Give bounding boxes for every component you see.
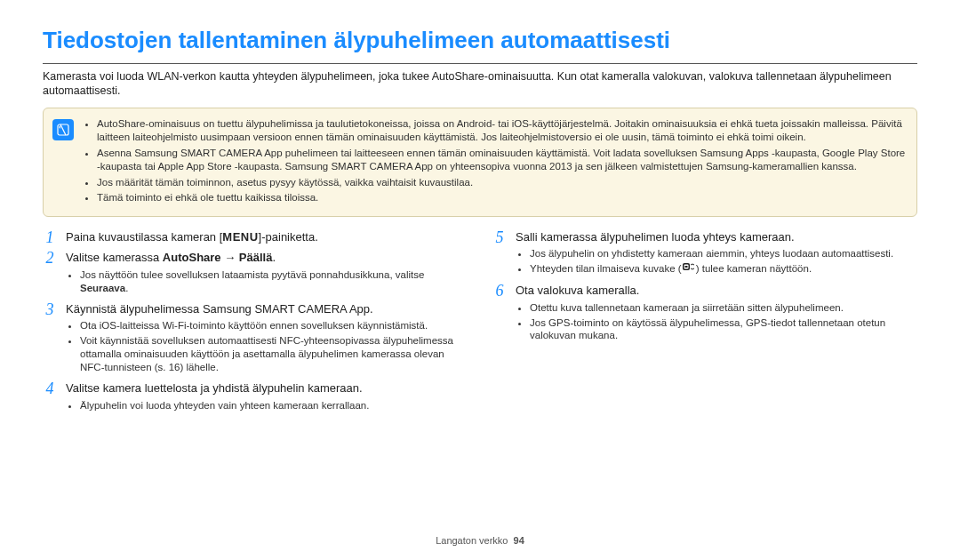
step-title: Valitse kamerassa AutoShare → Päällä. xyxy=(66,251,276,264)
divider xyxy=(43,63,917,64)
step-body: Valitse kamera luettelosta ja yhdistä äl… xyxy=(66,380,468,413)
note-icon xyxy=(52,119,74,140)
sub-list: Otettu kuva tallennetaan kameraan ja sii… xyxy=(516,301,917,343)
svg-line-1 xyxy=(60,124,66,135)
sub-item: Jos GPS-toiminto on käytössä älypuhelime… xyxy=(530,316,917,343)
columns: 1 Paina kuvaustilassa kameran [MENU]-pai… xyxy=(43,229,917,419)
bold-text: Seuraava xyxy=(80,283,125,293)
right-column: 5 Salli kamerassa älypuhelimen luoda yht… xyxy=(492,229,917,419)
note-item: Jos määrität tämän toiminnon, asetus pys… xyxy=(97,176,906,190)
sub-item: Voit käynnistää sovelluksen automaattise… xyxy=(80,334,468,374)
sub-list: Ota iOS-laitteissa Wi-Fi-toiminto käyttö… xyxy=(66,319,468,374)
sub-item: Jos älypuhelin on yhdistetty kameraan ai… xyxy=(530,247,917,260)
step-number: 2 xyxy=(43,250,57,267)
text: Valitse kamerassa xyxy=(66,251,163,264)
step-body: Käynnistä älypuhelimessa Samsung SMART C… xyxy=(66,301,468,376)
note-item: Asenna Samsung SMART CAMERA App puhelime… xyxy=(97,147,906,174)
step-1: 1 Paina kuvaustilassa kameran [MENU]-pai… xyxy=(43,229,468,246)
note-box: AutoShare-ominaisuus on tuettu älypuheli… xyxy=(43,108,917,217)
step-title: Paina kuvaustilassa kameran [MENU]-paini… xyxy=(66,230,318,244)
step-number: 5 xyxy=(492,229,507,246)
step-title: Salli kamerassa älypuhelimen luoda yhtey… xyxy=(516,230,795,244)
step-body: Paina kuvaustilassa kameran [MENU]-paini… xyxy=(66,229,468,245)
step-title: Ota valokuva kameralla. xyxy=(516,284,639,297)
step-number: 1 xyxy=(43,229,57,246)
step-body: Salli kamerassa älypuhelimen luoda yhtey… xyxy=(516,229,917,278)
text: Jos näyttöön tulee sovelluksen lataamist… xyxy=(80,269,424,280)
menu-icon: MENU xyxy=(222,229,258,245)
text: ]-painiketta. xyxy=(259,230,318,244)
sub-item: Yhteyden tilan ilmaiseva kuvake () tulee… xyxy=(530,262,917,276)
sub-item: Otettu kuva tallennetaan kameraan ja sii… xyxy=(530,301,917,315)
sub-list: Jos näyttöön tulee sovelluksen lataamist… xyxy=(66,268,468,295)
sub-list: Jos älypuhelin on yhdistetty kameraan ai… xyxy=(516,247,917,276)
text: Yhteyden tilan ilmaiseva kuvake ( xyxy=(530,263,682,274)
text: Paina kuvaustilassa kameran [ xyxy=(66,230,222,244)
connection-status-icon xyxy=(682,261,696,276)
step-number: 6 xyxy=(492,283,507,300)
step-body: Valitse kamerassa AutoShare → Päällä. Jo… xyxy=(66,250,468,296)
footer-page-number: 94 xyxy=(514,535,524,546)
step-2: 2 Valitse kamerassa AutoShare → Päällä. … xyxy=(43,250,468,296)
left-column: 1 Paina kuvaustilassa kameran [MENU]-pai… xyxy=(43,229,468,419)
text: . xyxy=(125,283,128,293)
step-3: 3 Käynnistä älypuhelimessa Samsung SMART… xyxy=(43,301,468,376)
page-title: Tiedostojen tallentaminen älypuhelimeen … xyxy=(43,27,917,54)
sub-item: Jos näyttöön tulee sovelluksen lataamist… xyxy=(80,268,468,295)
step-title: Valitse kamera luettelosta ja yhdistä äl… xyxy=(66,381,363,395)
note-item: AutoShare-ominaisuus on tuettu älypuheli… xyxy=(97,117,906,145)
text: ) tulee kameran näyttöön. xyxy=(696,263,812,274)
step-4: 4 Valitse kamera luettelosta ja yhdistä … xyxy=(43,380,468,413)
step-title: Käynnistä älypuhelimessa Samsung SMART C… xyxy=(66,302,373,316)
svg-rect-4 xyxy=(684,266,687,268)
step-body: Ota valokuva kameralla. Otettu kuva tall… xyxy=(516,283,917,344)
step-6: 6 Ota valokuva kameralla. Otettu kuva ta… xyxy=(492,283,917,344)
bold-text: AutoShare → Päällä xyxy=(163,251,273,264)
sub-item: Älypuhelin voi luoda yhteyden vain yhtee… xyxy=(80,399,468,412)
note-list: AutoShare-ominaisuus on tuettu älypuheli… xyxy=(83,117,906,207)
page-footer: Langaton verkko 94 xyxy=(0,535,960,546)
document-page: Tiedostojen tallentaminen älypuhelimeen … xyxy=(0,0,960,560)
step-number: 4 xyxy=(43,380,57,397)
footer-section: Langaton verkko xyxy=(436,535,508,546)
sub-item: Ota iOS-laitteissa Wi-Fi-toiminto käyttö… xyxy=(80,319,468,332)
text: . xyxy=(272,251,276,264)
step-number: 3 xyxy=(43,301,57,318)
intro-paragraph: Kamerasta voi luoda WLAN-verkon kautta y… xyxy=(43,69,917,99)
note-item: Tämä toiminto ei ehkä ole tuettu kaikiss… xyxy=(97,191,906,205)
step-5: 5 Salli kamerassa älypuhelimen luoda yht… xyxy=(492,229,917,278)
sub-list: Älypuhelin voi luoda yhteyden vain yhtee… xyxy=(66,399,468,412)
